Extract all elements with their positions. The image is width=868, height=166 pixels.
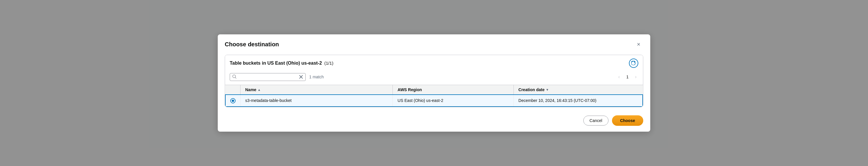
sort-desc-icon: ▼	[546, 88, 549, 91]
modal-footer: Cancel Choose	[218, 112, 650, 132]
modal-title: Choose destination	[225, 41, 279, 48]
current-page: 1	[624, 74, 631, 80]
row-date-cell: December 10, 2024, 16:43:15 (UTC-07:00)	[514, 95, 643, 106]
cancel-label: Cancel	[589, 118, 602, 123]
table-container: Name ▲ AWS Region	[225, 85, 643, 107]
close-icon: ×	[637, 41, 640, 48]
th-name-label: Name	[245, 87, 256, 92]
clear-icon	[299, 75, 303, 79]
pagination-top: ‹ 1 ›	[617, 71, 638, 82]
th-region[interactable]: AWS Region	[393, 85, 514, 95]
radio-button-selected[interactable]	[230, 98, 236, 103]
refresh-icon	[631, 61, 636, 66]
choose-destination-modal: Choose destination × Table buckets in US…	[218, 34, 650, 131]
choose-button[interactable]: Choose	[612, 115, 643, 126]
bucket-name: s3-metadata-table-bucket	[245, 98, 292, 103]
modal-body: Table buckets in US East (Ohio) us-east-…	[218, 52, 650, 112]
next-page-button[interactable]: ›	[633, 73, 638, 81]
search-icon	[232, 75, 237, 80]
table-body: s3-metadata-table-bucket US East (Ohio) …	[225, 95, 643, 106]
refresh-button[interactable]	[629, 58, 638, 68]
th-creation-date[interactable]: Creation date ▼	[514, 85, 643, 95]
table-section-header: Table buckets in US East (Ohio) us-east-…	[225, 55, 643, 70]
table-head: Name ▲ AWS Region	[225, 85, 643, 95]
th-radio	[225, 85, 241, 95]
modal-overlay: Choose destination × Table buckets in US…	[0, 0, 868, 166]
bucket-creation-date: December 10, 2024, 16:43:15 (UTC-07:00)	[519, 98, 596, 103]
search-input[interactable]	[238, 75, 297, 79]
count-badge: (1/1)	[324, 60, 334, 66]
svg-line-1	[235, 78, 236, 78]
table-header-row: Name ▲ AWS Region	[225, 85, 643, 95]
table-row[interactable]: s3-metadata-table-bucket US East (Ohio) …	[225, 95, 643, 106]
data-table: Name ▲ AWS Region	[225, 85, 643, 107]
search-row: 1 match ‹ 1 ›	[225, 70, 643, 85]
row-region-cell: US East (Ohio) us-east-2	[393, 95, 514, 106]
chevron-right-icon: ›	[635, 74, 637, 79]
modal-header: Choose destination ×	[218, 34, 650, 52]
choose-label: Choose	[620, 118, 635, 123]
table-section: Table buckets in US East (Ohio) us-east-…	[225, 55, 643, 107]
row-name-cell: s3-metadata-table-bucket	[241, 95, 393, 106]
th-date-label: Creation date	[519, 87, 545, 92]
section-title: Table buckets in US East (Ohio) us-east-…	[230, 60, 334, 66]
section-heading-text: Table buckets in US East (Ohio) us-east-…	[230, 60, 322, 66]
prev-page-button[interactable]: ‹	[617, 73, 622, 81]
sort-asc-icon: ▲	[257, 88, 261, 91]
match-count: 1 match	[309, 75, 324, 79]
th-region-label: AWS Region	[398, 87, 422, 92]
row-radio-cell[interactable]	[225, 95, 241, 106]
bucket-region: US East (Ohio) us-east-2	[398, 98, 443, 103]
clear-search-button[interactable]	[299, 75, 303, 79]
search-box	[230, 73, 306, 81]
th-name[interactable]: Name ▲	[241, 85, 393, 95]
chevron-left-icon: ‹	[618, 74, 620, 79]
cancel-button[interactable]: Cancel	[583, 116, 609, 126]
close-button[interactable]: ×	[634, 40, 643, 49]
